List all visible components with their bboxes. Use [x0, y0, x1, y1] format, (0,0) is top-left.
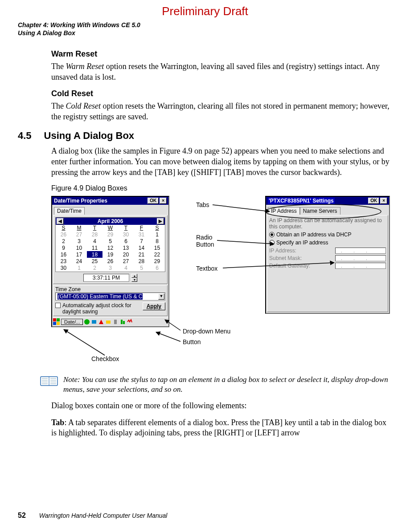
dhcp-label: Obtain an IP address via DHCP	[276, 231, 352, 238]
ip-address-label: IP Address:	[269, 248, 296, 254]
text: Tab	[51, 418, 64, 427]
text: You can use the stylus to tap on an elem…	[63, 375, 388, 394]
timezone-dropdown[interactable]: (GMT-05:00) Eastern Time (US & C ▼	[55, 292, 165, 301]
timezone-label: Time Zone	[55, 286, 165, 292]
dst-checkbox[interactable]	[55, 303, 61, 308]
datetime-panel: ◀ April 2006 ▶ SMTWTFS262728293031123456…	[53, 215, 168, 284]
dialog-elements-intro: Dialog boxes contain one or more of the …	[51, 401, 392, 411]
gateway-field[interactable]	[335, 263, 386, 269]
figure-caption: Figure 4.9 Dialog Boxes	[51, 184, 392, 192]
text: : A tab separates different elements of …	[51, 418, 386, 438]
tray-icon[interactable]	[105, 319, 111, 325]
text: The	[51, 102, 66, 110]
svg-rect-9	[123, 321, 125, 324]
svg-rect-3	[57, 322, 60, 325]
running-head-chapter: Chapter 4: Working With Windows CE 5.0	[18, 21, 392, 29]
svg-rect-0	[53, 318, 56, 321]
ok-button[interactable]: OK	[148, 198, 159, 204]
window-title: 'PTXCF8385PN1' Settings	[268, 198, 335, 204]
svg-line-15	[156, 332, 180, 341]
text: The	[51, 62, 66, 71]
cold-reset-heading: Cold Reset	[51, 89, 392, 98]
cold-reset-body: The Cold Reset option resets the Warring…	[51, 101, 392, 122]
svg-rect-1	[57, 318, 60, 321]
section-title: Using A Dialog Box	[44, 130, 135, 142]
svg-rect-2	[53, 322, 56, 325]
note-block: Note: You can use the stylus to tap on a…	[40, 375, 392, 394]
section-4-5-body: A dialog box (like the samples in Figure…	[51, 146, 392, 178]
page-footer: 52 Warrington Hand-Held Computer User Ma…	[18, 512, 167, 520]
window-title: Date/Time Properties	[54, 198, 107, 204]
running-head: Chapter 4: Working With Windows CE 5.0 U…	[18, 21, 392, 37]
prev-month-button[interactable]: ◀	[57, 218, 64, 224]
tab-definition: Tab: A tab separates different elements …	[51, 418, 392, 439]
datetime-window: Date/Time Properties OK × Date/Time ◀ Ap…	[51, 196, 169, 328]
close-button[interactable]: ×	[160, 198, 167, 204]
ip-settings-window: 'PTXCF8385PN1' Settings OK × IP AddressN…	[265, 196, 390, 314]
start-icon[interactable]	[53, 318, 60, 325]
ip-panel: An IP address can be automatically assig…	[267, 215, 388, 312]
running-head-section: Using A Dialog Box	[18, 29, 392, 37]
warm-reset-heading: Warm Reset	[51, 49, 392, 59]
tray-icon[interactable]	[112, 319, 119, 325]
annot-radio: Radio Button	[196, 234, 223, 248]
ip-address-tab[interactable]: IP Address	[268, 207, 300, 215]
apply-button[interactable]: Apply	[143, 302, 165, 310]
titlebar[interactable]: Date/Time Properties OK ×	[52, 197, 168, 205]
preliminary-draft-watermark: Preliminary Draft	[18, 4, 392, 18]
page-number: 52	[18, 512, 26, 520]
tray-icon[interactable]	[127, 319, 133, 325]
static-label: Specify an IP address	[276, 240, 328, 246]
annot-button: Button	[183, 338, 201, 345]
annot-dropdown: Drop-down Menu	[183, 328, 230, 335]
subnet-mask-label: Subnet Mask:	[269, 255, 302, 261]
ip-desc: An IP address can be automatically assig…	[269, 217, 386, 230]
time-field[interactable]: 3:37:11 PM	[83, 274, 129, 282]
datetime-tab[interactable]: Date/Time	[54, 207, 85, 215]
calendar-grid[interactable]: SMTWTFS262728293031123456789101112131415…	[56, 225, 165, 272]
taskbar: Date/...	[52, 317, 168, 326]
section-number: 4.5	[18, 130, 32, 142]
svg-rect-5	[92, 320, 96, 324]
ip-address-field[interactable]	[335, 248, 386, 254]
text: Cold Reset	[66, 102, 101, 110]
text: Warm Reset	[66, 62, 104, 71]
task-button[interactable]: Date/...	[61, 319, 83, 325]
close-button[interactable]: ×	[380, 198, 387, 204]
tray-icon[interactable]	[98, 319, 104, 325]
tray-icon[interactable]	[91, 319, 97, 325]
timezone-panel: Time Zone (GMT-05:00) Eastern Time (US &…	[53, 285, 168, 316]
annot-textbox: Textbox	[196, 265, 217, 272]
static-radio[interactable]	[269, 240, 275, 245]
text: Note:	[63, 375, 82, 384]
svg-line-16	[64, 329, 105, 355]
tray-icon[interactable]	[84, 319, 90, 325]
tray-icon[interactable]	[119, 319, 126, 325]
text: Radio Button	[196, 234, 214, 248]
dhcp-radio[interactable]	[269, 232, 275, 237]
gateway-label: Default Gateway:	[269, 263, 310, 269]
ok-button[interactable]: OK	[368, 198, 379, 204]
subnet-mask-field[interactable]	[335, 255, 386, 261]
text: option resets the Warrington, clearing a…	[51, 102, 390, 121]
time-spinner[interactable]: ▲▼	[131, 274, 137, 282]
timezone-value: (GMT-05:00) Eastern Time (US & C	[57, 293, 143, 300]
svg-rect-6	[106, 321, 111, 324]
note-book-icon	[40, 375, 58, 387]
titlebar[interactable]: 'PTXCF8385PN1' Settings OK ×	[266, 197, 389, 205]
note-text: Note: You can use the stylus to tap on a…	[63, 375, 392, 394]
svg-point-4	[84, 319, 90, 325]
svg-rect-8	[121, 320, 123, 324]
warm-reset-body: The Warm Reset option resets the Warring…	[51, 61, 392, 83]
name-servers-tab[interactable]: Name Servers	[300, 207, 340, 215]
calendar-header: ◀ April 2006 ▶	[56, 218, 165, 225]
month-label: April 2006	[98, 218, 123, 224]
annot-tabs: Tabs	[196, 201, 209, 208]
dropdown-arrow-icon[interactable]: ▼	[158, 293, 164, 300]
manual-title: Warrington Hand-Held Computer User Manua…	[39, 512, 168, 519]
figure-4-9: Date/Time Properties OK × Date/Time ◀ Ap…	[42, 196, 392, 370]
annot-checkbox: Checkbox	[91, 355, 119, 362]
section-4-5-head: 4.5 Using A Dialog Box	[18, 130, 392, 142]
next-month-button[interactable]: ▶	[157, 218, 164, 224]
svg-rect-7	[114, 320, 117, 324]
